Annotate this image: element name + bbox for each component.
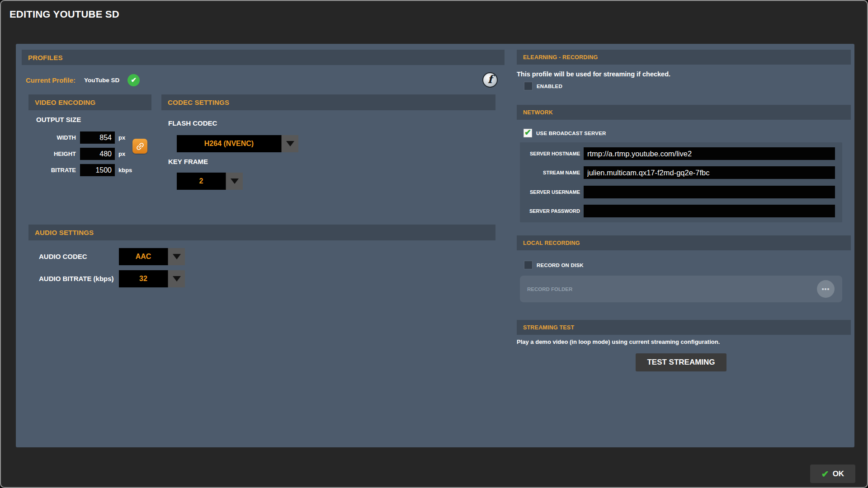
bitrate-label: BITRATE [36, 167, 76, 174]
server-hostname-row: SERVER HOSTNAME [520, 147, 842, 160]
profile-editor-dialog: EDITING YOUTUBE SD PROFILES Current Prof… [0, 0, 868, 488]
server-password-row: SERVER PASSWORD [520, 205, 842, 217]
audio-bitrate-label: AUDIO BITRATE (kbps) [39, 275, 114, 282]
audio-bitrate-value: 32 [119, 270, 168, 287]
height-unit: px [118, 150, 125, 157]
server-hostname-input[interactable] [584, 147, 835, 160]
record-on-disk-checkbox[interactable]: ✔ [524, 261, 533, 269]
video-encoding-header: VIDEO ENCODING [28, 94, 151, 110]
current-profile-value: YouTube SD [84, 77, 119, 84]
test-streaming-button[interactable]: TEST STREAMING [636, 353, 726, 371]
network-section-header: NETWORK [517, 105, 851, 120]
chevron-down-icon[interactable] [168, 248, 185, 265]
height-row: HEIGHT px [36, 148, 125, 160]
main-panel: PROFILES Current Profile: YouTube SD ✔ f… [16, 44, 854, 447]
width-unit: px [118, 134, 125, 141]
record-on-disk-row: ✔ RECORD ON DISK [524, 261, 584, 269]
output-size-label: OUTPUT SIZE [36, 116, 81, 123]
height-label: HEIGHT [36, 150, 76, 157]
width-row: WIDTH px [36, 131, 125, 144]
record-on-disk-label: RECORD ON DISK [537, 263, 584, 268]
flash-codec-dropdown[interactable]: H264 (NVENC) [177, 135, 298, 152]
enabled-label: ENABLED [537, 84, 562, 89]
check-icon: ✔ [821, 469, 829, 479]
elearning-section-header: ELEARNING - RECORDING [517, 50, 851, 65]
stream-name-row: STREAM NAME [520, 166, 842, 179]
streaming-test-note: Play a demo video (in loop mode) using c… [517, 338, 720, 345]
chevron-down-icon[interactable] [226, 173, 243, 190]
network-fields-panel: SERVER HOSTNAME STREAM NAME SERVER USERN… [520, 142, 842, 222]
audio-codec-dropdown[interactable]: AAC [119, 248, 185, 265]
aspect-lock-button[interactable] [132, 139, 147, 154]
width-label: WIDTH [36, 134, 76, 141]
streaming-test-section-header: STREAMING TEST [517, 320, 851, 335]
stream-name-input[interactable] [584, 166, 835, 179]
enabled-checkbox-row: ✔ ENABLED [524, 82, 562, 90]
server-password-input[interactable] [584, 205, 835, 217]
streaming-note: This profile will be used for streaming … [517, 70, 670, 78]
server-password-label: SERVER PASSWORD [520, 208, 580, 214]
browse-folder-button[interactable]: ••• [817, 280, 835, 298]
server-hostname-label: SERVER HOSTNAME [520, 151, 580, 156]
key-frame-label: KEY FRAME [168, 158, 208, 165]
server-username-label: SERVER USERNAME [520, 189, 580, 195]
key-frame-value: 2 [177, 173, 226, 190]
chevron-down-icon[interactable] [168, 270, 185, 287]
height-input[interactable] [80, 148, 115, 160]
server-username-row: SERVER USERNAME [520, 186, 842, 198]
audio-bitrate-dropdown[interactable]: 32 [119, 270, 185, 287]
check-icon: ✔ [524, 127, 531, 137]
audio-settings-header: AUDIO SETTINGS [28, 225, 495, 240]
server-username-input[interactable] [584, 186, 835, 198]
current-profile-label: Current Profile: [26, 76, 75, 84]
stream-name-label: STREAM NAME [520, 170, 580, 175]
codec-settings-header: CODEC SETTINGS [161, 94, 495, 110]
audio-codec-label: AUDIO CODEC [39, 253, 87, 260]
ok-label: OK [833, 469, 844, 479]
bitrate-input[interactable] [80, 164, 115, 176]
flash-codec-label: FLASH CODEC [168, 119, 217, 127]
record-folder-placeholder: RECORD FOLDER [527, 276, 572, 302]
use-broadcast-row: ✔ USE BROADCAST SERVER [524, 129, 606, 137]
profiles-section-header: PROFILES [22, 50, 505, 65]
chevron-down-icon[interactable] [281, 135, 298, 152]
local-recording-section-header: LOCAL RECORDING [517, 235, 851, 250]
width-input[interactable] [80, 131, 115, 144]
flash-codec-value: H264 (NVENC) [177, 135, 281, 152]
current-profile-row: Current Profile: YouTube SD ✔ [26, 74, 140, 86]
ellipsis-icon: ••• [822, 286, 830, 293]
bitrate-unit: kbps [118, 167, 132, 174]
enabled-checkbox[interactable]: ✔ [524, 82, 533, 90]
record-folder-field[interactable]: RECORD FOLDER ••• [520, 276, 842, 302]
audio-codec-value: AAC [119, 248, 168, 265]
profile-check-icon: ✔ [127, 74, 140, 86]
bitrate-row: BITRATE kbps [36, 164, 132, 176]
use-broadcast-label: USE BROADCAST SERVER [536, 131, 606, 136]
link-icon [133, 139, 147, 153]
use-broadcast-checkbox[interactable]: ✔ [524, 129, 532, 137]
flash-letter: f [488, 73, 492, 86]
flash-icon[interactable]: f [482, 72, 498, 88]
ok-button[interactable]: ✔ OK [810, 465, 855, 483]
dialog-title: EDITING YOUTUBE SD [9, 9, 119, 20]
key-frame-dropdown[interactable]: 2 [177, 173, 243, 190]
